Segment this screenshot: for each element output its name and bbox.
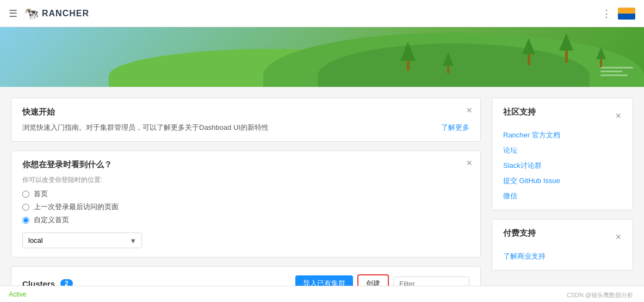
quick-start-text: 浏览快速入门指南。对于集群管理员，可以了解更多关于Dashboad UI的新特性 [22, 123, 269, 133]
header: ☰ 🐄 RANCHER ⋮ [0, 0, 644, 27]
homepage-select-wrapper: local ▼ [22, 232, 142, 248]
radio-group: 首页 上一次登录最后访问的页面 自定义首页 [22, 189, 469, 225]
community-support-close[interactable]: ✕ [615, 111, 622, 120]
community-support-link[interactable]: Rancher 官方文档 [503, 130, 622, 140]
logo-icon: 🐄 [24, 7, 39, 21]
quick-start-body: 浏览快速入门指南。对于集群管理员，可以了解更多关于Dashboad UI的新特性… [22, 123, 469, 133]
tree-5 [596, 47, 606, 68]
login-pref-card: 你想在登录时看到什么？ ✕ 你可以改变你登陆时的位置: 首页 上一次登录最后访问… [11, 150, 481, 257]
tree-4 [559, 33, 573, 62]
learn-more-link[interactable]: 了解更多 [441, 123, 469, 133]
left-panel: 快速开始 ✕ 浏览快速入门指南。对于集群管理员，可以了解更多关于Dashboad… [11, 98, 481, 302]
hamburger-menu[interactable]: ☰ [9, 8, 17, 20]
quick-start-title: 快速开始 [22, 107, 469, 117]
watermark: CSDN @猫头鹰数据分析 [567, 291, 633, 299]
login-pref-close[interactable]: ✕ [466, 159, 473, 167]
right-panel: 社区支持 ✕ Rancher 官方文档论坛Slack讨论群提交 GitHub I… [492, 98, 633, 302]
radio-option-last[interactable]: 上一次登录最后访问的页面 [22, 202, 469, 212]
logo: 🐄 RANCHER [24, 7, 89, 21]
more-options-icon[interactable]: ⋮ [602, 8, 611, 20]
quick-start-card: 快速开始 ✕ 浏览快速入门指南。对于集群管理员，可以了解更多关于Dashboad… [11, 98, 481, 142]
community-support-link[interactable]: 微信 [503, 191, 622, 201]
quick-start-close[interactable]: ✕ [466, 106, 473, 115]
footer-bar: Active [0, 286, 644, 302]
homepage-select[interactable]: local [22, 232, 142, 248]
tree-2 [443, 52, 454, 73]
main-content: 快速开始 ✕ 浏览快速入门指南。对于集群管理员，可以了解更多关于Dashboad… [0, 87, 644, 302]
logo-text: RANCHER [42, 9, 89, 18]
community-support-title: 社区支持 [503, 107, 536, 117]
radio-option-home[interactable]: 首页 [22, 189, 469, 199]
header-right: ⋮ [602, 8, 635, 20]
paid-support-link[interactable]: 了解商业支持 [503, 251, 622, 261]
tree-3 [522, 38, 535, 65]
community-support-link[interactable]: 提交 GitHub Issue [503, 176, 622, 186]
community-support-link[interactable]: Slack讨论群 [503, 161, 622, 171]
radio-option-custom[interactable]: 自定义首页 [22, 215, 469, 225]
community-support-link[interactable]: 论坛 [503, 146, 622, 155]
community-support-links: Rancher 官方文档论坛Slack讨论群提交 GitHub Issue微信 [503, 130, 622, 201]
hero-banner [0, 27, 644, 87]
paid-support-close[interactable]: ✕ [615, 232, 622, 241]
footer-active-status: Active [9, 291, 27, 298]
community-support-card: 社区支持 ✕ Rancher 官方文档论坛Slack讨论群提交 GitHub I… [492, 98, 633, 210]
tree-1 [400, 42, 416, 71]
language-flag[interactable] [618, 8, 635, 20]
deco-lines [600, 67, 633, 76]
paid-support-links: 了解商业支持 [503, 251, 622, 261]
paid-support-title: 付费支持 [503, 228, 536, 238]
login-pref-hint: 你可以改变你登陆时的位置: [22, 175, 469, 185]
paid-support-card: 付费支持 ✕ 了解商业支持 [492, 219, 633, 270]
login-pref-title: 你想在登录时看到什么？ [22, 160, 469, 170]
header-left: ☰ 🐄 RANCHER [9, 7, 602, 21]
